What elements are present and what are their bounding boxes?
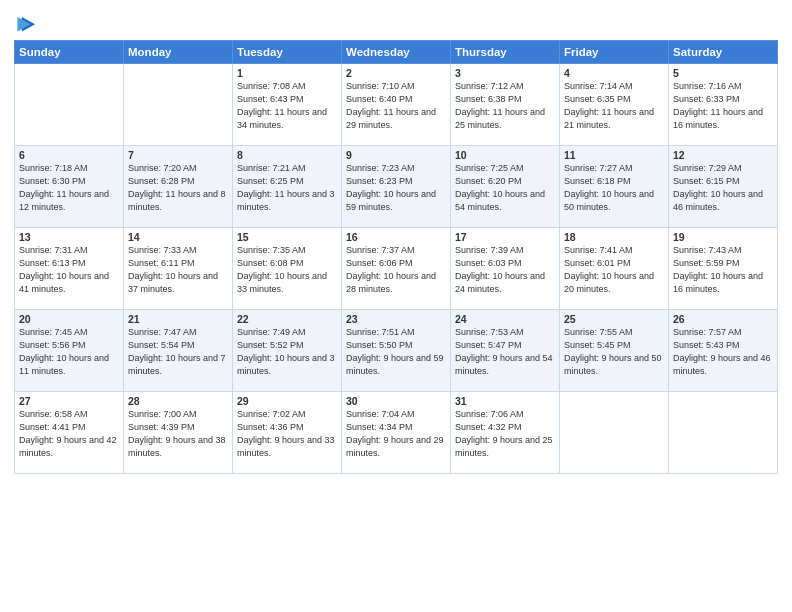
daylight-label: Daylight: 10 hours and 33 minutes.	[237, 271, 327, 294]
sunrise-label: Sunrise: 7:57 AM	[673, 327, 742, 337]
sunset-label: Sunset: 6:11 PM	[128, 258, 195, 268]
calendar-body: 1 Sunrise: 7:08 AM Sunset: 6:43 PM Dayli…	[15, 64, 778, 474]
sunset-label: Sunset: 6:35 PM	[564, 94, 631, 104]
calendar-cell: 6 Sunrise: 7:18 AM Sunset: 6:30 PM Dayli…	[15, 146, 124, 228]
day-info: Sunrise: 7:23 AM Sunset: 6:23 PM Dayligh…	[346, 162, 446, 214]
daylight-label: Daylight: 11 hours and 8 minutes.	[128, 189, 226, 212]
calendar-cell: 21 Sunrise: 7:47 AM Sunset: 5:54 PM Dayl…	[124, 310, 233, 392]
calendar-cell: 13 Sunrise: 7:31 AM Sunset: 6:13 PM Dayl…	[15, 228, 124, 310]
day-info: Sunrise: 6:58 AM Sunset: 4:41 PM Dayligh…	[19, 408, 119, 460]
calendar-cell	[124, 64, 233, 146]
day-info: Sunrise: 7:14 AM Sunset: 6:35 PM Dayligh…	[564, 80, 664, 132]
calendar-cell: 7 Sunrise: 7:20 AM Sunset: 6:28 PM Dayli…	[124, 146, 233, 228]
sunset-label: Sunset: 5:43 PM	[673, 340, 740, 350]
day-info: Sunrise: 7:25 AM Sunset: 6:20 PM Dayligh…	[455, 162, 555, 214]
sunrise-label: Sunrise: 7:47 AM	[128, 327, 197, 337]
day-number: 16	[346, 231, 446, 243]
day-number: 9	[346, 149, 446, 161]
sunrise-label: Sunrise: 7:10 AM	[346, 81, 415, 91]
header	[14, 10, 778, 36]
weekday-header: Friday	[560, 41, 669, 64]
sunset-label: Sunset: 4:39 PM	[128, 422, 195, 432]
calendar-cell: 16 Sunrise: 7:37 AM Sunset: 6:06 PM Dayl…	[342, 228, 451, 310]
calendar-week-row: 6 Sunrise: 7:18 AM Sunset: 6:30 PM Dayli…	[15, 146, 778, 228]
calendar-cell: 10 Sunrise: 7:25 AM Sunset: 6:20 PM Dayl…	[451, 146, 560, 228]
sunset-label: Sunset: 6:43 PM	[237, 94, 304, 104]
sunset-label: Sunset: 6:30 PM	[19, 176, 86, 186]
daylight-label: Daylight: 9 hours and 29 minutes.	[346, 435, 444, 458]
calendar-cell: 20 Sunrise: 7:45 AM Sunset: 5:56 PM Dayl…	[15, 310, 124, 392]
sunrise-label: Sunrise: 7:29 AM	[673, 163, 742, 173]
sunset-label: Sunset: 5:45 PM	[564, 340, 631, 350]
day-number: 18	[564, 231, 664, 243]
day-number: 2	[346, 67, 446, 79]
calendar-cell: 18 Sunrise: 7:41 AM Sunset: 6:01 PM Dayl…	[560, 228, 669, 310]
calendar-cell: 11 Sunrise: 7:27 AM Sunset: 6:18 PM Dayl…	[560, 146, 669, 228]
daylight-label: Daylight: 10 hours and 37 minutes.	[128, 271, 218, 294]
weekday-header: Monday	[124, 41, 233, 64]
calendar-week-row: 20 Sunrise: 7:45 AM Sunset: 5:56 PM Dayl…	[15, 310, 778, 392]
day-info: Sunrise: 7:37 AM Sunset: 6:06 PM Dayligh…	[346, 244, 446, 296]
calendar-cell: 23 Sunrise: 7:51 AM Sunset: 5:50 PM Dayl…	[342, 310, 451, 392]
daylight-label: Daylight: 10 hours and 24 minutes.	[455, 271, 545, 294]
day-info: Sunrise: 7:00 AM Sunset: 4:39 PM Dayligh…	[128, 408, 228, 460]
day-info: Sunrise: 7:53 AM Sunset: 5:47 PM Dayligh…	[455, 326, 555, 378]
day-info: Sunrise: 7:06 AM Sunset: 4:32 PM Dayligh…	[455, 408, 555, 460]
daylight-label: Daylight: 9 hours and 38 minutes.	[128, 435, 226, 458]
sunrise-label: Sunrise: 7:27 AM	[564, 163, 633, 173]
day-info: Sunrise: 7:49 AM Sunset: 5:52 PM Dayligh…	[237, 326, 337, 378]
calendar-cell: 8 Sunrise: 7:21 AM Sunset: 6:25 PM Dayli…	[233, 146, 342, 228]
calendar-table: SundayMondayTuesdayWednesdayThursdayFrid…	[14, 40, 778, 474]
daylight-label: Daylight: 11 hours and 16 minutes.	[673, 107, 763, 130]
day-info: Sunrise: 7:10 AM Sunset: 6:40 PM Dayligh…	[346, 80, 446, 132]
day-number: 31	[455, 395, 555, 407]
sunrise-label: Sunrise: 7:53 AM	[455, 327, 524, 337]
calendar-header-row: SundayMondayTuesdayWednesdayThursdayFrid…	[15, 41, 778, 64]
calendar-cell: 15 Sunrise: 7:35 AM Sunset: 6:08 PM Dayl…	[233, 228, 342, 310]
sunset-label: Sunset: 5:54 PM	[128, 340, 195, 350]
calendar-cell: 3 Sunrise: 7:12 AM Sunset: 6:38 PM Dayli…	[451, 64, 560, 146]
day-number: 4	[564, 67, 664, 79]
day-number: 3	[455, 67, 555, 79]
sunset-label: Sunset: 4:34 PM	[346, 422, 413, 432]
daylight-label: Daylight: 11 hours and 25 minutes.	[455, 107, 545, 130]
day-number: 6	[19, 149, 119, 161]
day-number: 14	[128, 231, 228, 243]
day-number: 15	[237, 231, 337, 243]
day-number: 7	[128, 149, 228, 161]
calendar-cell	[669, 392, 778, 474]
logo	[14, 14, 38, 36]
sunrise-label: Sunrise: 7:39 AM	[455, 245, 524, 255]
sunset-label: Sunset: 6:28 PM	[128, 176, 195, 186]
sunrise-label: Sunrise: 7:37 AM	[346, 245, 415, 255]
day-number: 21	[128, 313, 228, 325]
sunrise-label: Sunrise: 7:20 AM	[128, 163, 197, 173]
day-info: Sunrise: 7:27 AM Sunset: 6:18 PM Dayligh…	[564, 162, 664, 214]
sunset-label: Sunset: 5:52 PM	[237, 340, 304, 350]
daylight-label: Daylight: 9 hours and 54 minutes.	[455, 353, 553, 376]
daylight-label: Daylight: 10 hours and 59 minutes.	[346, 189, 436, 212]
daylight-label: Daylight: 9 hours and 50 minutes.	[564, 353, 662, 376]
sunrise-label: Sunrise: 7:45 AM	[19, 327, 88, 337]
calendar-cell	[15, 64, 124, 146]
sunrise-label: Sunrise: 7:00 AM	[128, 409, 197, 419]
calendar-week-row: 27 Sunrise: 6:58 AM Sunset: 4:41 PM Dayl…	[15, 392, 778, 474]
calendar-cell: 1 Sunrise: 7:08 AM Sunset: 6:43 PM Dayli…	[233, 64, 342, 146]
calendar-cell: 22 Sunrise: 7:49 AM Sunset: 5:52 PM Dayl…	[233, 310, 342, 392]
calendar-cell: 17 Sunrise: 7:39 AM Sunset: 6:03 PM Dayl…	[451, 228, 560, 310]
daylight-label: Daylight: 11 hours and 12 minutes.	[19, 189, 109, 212]
calendar-cell: 25 Sunrise: 7:55 AM Sunset: 5:45 PM Dayl…	[560, 310, 669, 392]
calendar-week-row: 13 Sunrise: 7:31 AM Sunset: 6:13 PM Dayl…	[15, 228, 778, 310]
calendar-cell: 5 Sunrise: 7:16 AM Sunset: 6:33 PM Dayli…	[669, 64, 778, 146]
sunset-label: Sunset: 6:15 PM	[673, 176, 740, 186]
day-info: Sunrise: 7:21 AM Sunset: 6:25 PM Dayligh…	[237, 162, 337, 214]
day-info: Sunrise: 7:43 AM Sunset: 5:59 PM Dayligh…	[673, 244, 773, 296]
day-info: Sunrise: 7:39 AM Sunset: 6:03 PM Dayligh…	[455, 244, 555, 296]
weekday-header: Thursday	[451, 41, 560, 64]
sunrise-label: Sunrise: 7:55 AM	[564, 327, 633, 337]
sunset-label: Sunset: 5:47 PM	[455, 340, 522, 350]
weekday-header: Tuesday	[233, 41, 342, 64]
calendar-cell: 31 Sunrise: 7:06 AM Sunset: 4:32 PM Dayl…	[451, 392, 560, 474]
sunrise-label: Sunrise: 7:02 AM	[237, 409, 306, 419]
day-info: Sunrise: 7:57 AM Sunset: 5:43 PM Dayligh…	[673, 326, 773, 378]
